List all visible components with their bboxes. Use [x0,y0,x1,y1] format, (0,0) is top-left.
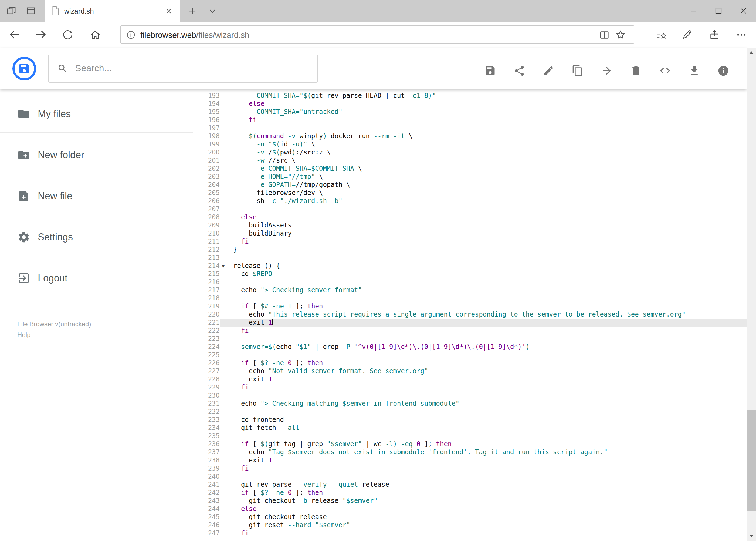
line-number[interactable]: 224 [193,343,220,351]
code-line[interactable]: 218 [193,294,747,302]
code-line[interactable]: 199 -u "$(id -u)" \ [193,141,747,149]
line-number[interactable]: 242 [193,489,220,497]
line-number[interactable]: 239 [193,465,220,473]
line-number[interactable]: 215 [193,270,220,278]
line-number[interactable]: 197 [193,124,220,132]
tabs-set-aside-button[interactable] [5,5,17,16]
code-line[interactable]: 229 fi [193,383,747,392]
line-number[interactable]: 237 [193,448,220,456]
code-line[interactable]: 205 filebrowser/dev \ [193,189,747,197]
code-line[interactable]: 219 if [ $# -ne 1 ]; then [193,302,747,310]
code-line[interactable]: 239 fi [193,465,747,473]
sidebar-item-logout[interactable]: Logout [0,265,193,291]
code-line[interactable]: 236 if [ $(git tag | grep "$semver" | wc… [193,440,747,448]
line-number[interactable]: 225 [193,351,220,359]
edit-button[interactable] [538,60,559,82]
maximize-button[interactable] [706,0,731,22]
line-number[interactable]: 198 [193,132,220,141]
code-line[interactable]: 247 fi [193,529,747,537]
code-line[interactable]: 220 echo "This release script requires a… [193,310,747,319]
line-number[interactable]: 208 [193,214,220,222]
line-number[interactable]: 217 [193,286,220,294]
address-bar[interactable]: filebrowser.web/files/wizard.sh [121,25,634,44]
line-number[interactable]: 212 [193,246,220,254]
code-line[interactable]: 212} [193,246,747,254]
favorite-button[interactable] [612,26,629,43]
code-line[interactable]: 195 COMMIT_SHA="untracked" [193,108,747,116]
search-input[interactable] [75,63,302,74]
line-number[interactable]: 244 [193,505,220,513]
code-line[interactable]: 202 -e COMMIT_SHA=$COMMIT_SHA \ [193,165,747,173]
code-editor[interactable]: 193 COMMIT_SHA="$(git rev-parse HEAD | c… [193,89,747,541]
line-number[interactable]: 194 [193,100,220,108]
line-number[interactable]: 236 [193,440,220,448]
line-number[interactable]: 220 [193,310,220,319]
code-line[interactable]: 245 git checkout release [193,513,747,521]
line-number[interactable]: 216 [193,278,220,286]
reading-view-button[interactable] [596,26,612,43]
code-line[interactable]: 215 cd $REPO [193,270,747,278]
line-number[interactable]: 209 [193,222,220,230]
line-number[interactable]: 200 [193,149,220,157]
tab-preview-button[interactable] [25,5,37,16]
code-line[interactable]: 209 buildAssets [193,222,747,230]
line-number[interactable]: 243 [193,497,220,505]
line-number[interactable]: 219 [193,302,220,310]
scroll-down-button[interactable] [747,532,756,541]
line-number[interactable]: 227 [193,367,220,375]
code-line[interactable]: 238 exit 1 [193,456,747,465]
code-line[interactable]: 231 echo "> Checking matching $semver in… [193,400,747,408]
app-logo[interactable] [11,56,37,82]
line-number[interactable]: 196 [193,116,220,124]
code-line[interactable]: 225 [193,351,747,359]
share-file-button[interactable] [509,60,530,82]
line-number[interactable]: 222 [193,327,220,335]
code-line[interactable]: 227 echo "Not valid semver format. See s… [193,367,747,375]
save-button[interactable] [479,60,501,82]
code-line[interactable]: 213 [193,254,747,262]
line-number[interactable]: 205 [193,189,220,197]
more-button[interactable] [731,25,751,44]
code-line[interactable]: 210 buildBinary [193,230,747,238]
code-line[interactable]: 222 fi [193,327,747,335]
code-line[interactable]: 204 -e GOPATH=//tmp/gopath \ [193,181,747,189]
code-line[interactable]: 194 else [193,100,747,108]
tab-actions-button[interactable] [206,5,219,16]
hub-button[interactable] [651,25,670,44]
line-number[interactable]: 240 [193,473,220,481]
line-number[interactable]: 234 [193,424,220,432]
code-line[interactable]: 243 git checkout -b release "$semver" [193,497,747,505]
code-line[interactable]: 246 git reset --hard "$semver" [193,521,747,529]
search-box[interactable] [48,55,318,83]
line-number[interactable]: 226 [193,359,220,367]
minimize-button[interactable] [681,0,706,22]
code-line[interactable]: 235 [193,432,747,440]
line-number[interactable]: 203 [193,173,220,181]
line-number[interactable]: 193 [193,92,220,100]
code-line[interactable]: 206 sh -c "./wizard.sh -b" [193,197,747,205]
scroll-up-button[interactable] [747,48,756,57]
line-number[interactable]: 229 [193,383,220,392]
code-line[interactable]: 203 -e HOME="//tmp" \ [193,173,747,181]
line-number[interactable]: 233 [193,416,220,424]
code-line[interactable]: 193 COMMIT_SHA="$(git rev-parse HEAD | c… [193,92,747,100]
code-view-button[interactable] [654,60,676,82]
code-line[interactable]: 217 echo "> Checking semver format" [193,286,747,294]
code-line[interactable]: 226 if [ $? -ne 0 ]; then [193,359,747,367]
code-line[interactable]: 200 -v /$(pwd):/src:z \ [193,149,747,157]
code-line[interactable]: 241 git rev-parse --verify --quiet relea… [193,481,747,489]
site-info-icon[interactable] [126,30,135,39]
code-line[interactable]: 198 $(command -v winpty) docker run --rm… [193,132,747,141]
code-line[interactable]: 201 -w //src \ [193,157,747,165]
sidebar-item-settings[interactable]: Settings [0,224,193,250]
line-number[interactable]: 232 [193,408,220,416]
line-number[interactable]: 245 [193,513,220,521]
code-line[interactable]: 233 cd frontend [193,416,747,424]
line-number[interactable]: 210 [193,230,220,238]
move-button[interactable] [596,60,618,82]
refresh-button[interactable] [58,25,77,44]
line-number[interactable]: 218 [193,294,220,302]
line-number[interactable]: 238 [193,456,220,465]
forward-button[interactable] [31,25,51,44]
scroll-thumb[interactable] [747,410,756,511]
